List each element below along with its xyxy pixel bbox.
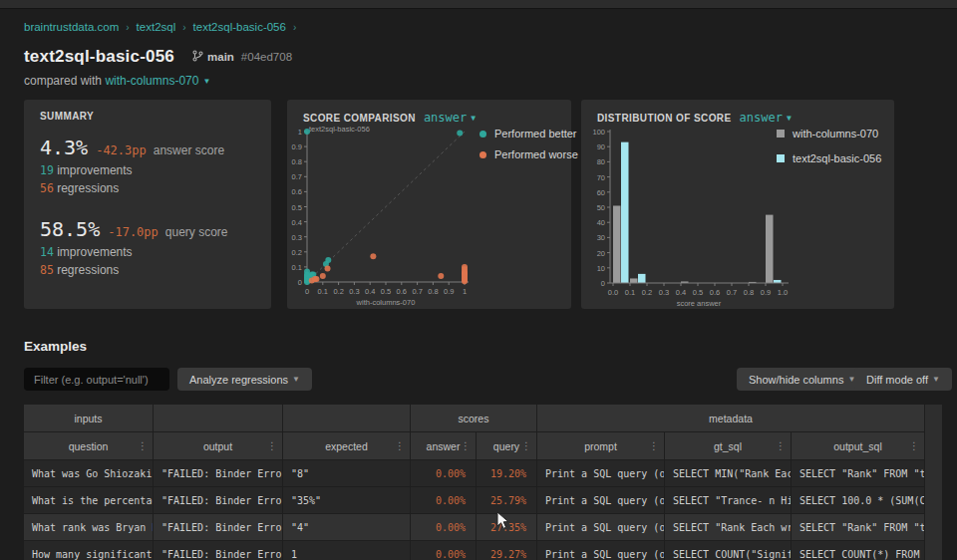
cell-expected[interactable]: "8": [283, 460, 411, 487]
breadcrumb: braintrustdata.com›text2sql›text2sql-bas…: [24, 21, 303, 33]
group-header-blank: [283, 405, 411, 432]
breadcrumb-org-link[interactable]: braintrustdata.com: [24, 21, 119, 33]
table-row[interactable]: What is the percentage of …"FAILED: Bind…: [24, 487, 925, 514]
cell-output[interactable]: "FAILED: Binder Error: Ref…: [154, 460, 283, 487]
distribution-metric-dropdown[interactable]: answer▼: [740, 111, 792, 125]
examples-heading: Examples: [24, 339, 87, 354]
cell-output[interactable]: "FAILED: Binder Error: Ref…: [154, 514, 283, 541]
cell-output_sql[interactable]: SELECT COUNT(*) FROM "tabl…: [792, 541, 925, 560]
table-vertical-scrollbar[interactable]: [925, 405, 942, 560]
column-header-gt_sql[interactable]: gt_sql⋮: [665, 432, 792, 460]
compared-experiment-dropdown[interactable]: with-columns-070▼: [105, 74, 210, 88]
cyan-square-icon: [777, 154, 785, 162]
cell-output_sql[interactable]: SELECT "Rank" FROM "table"…: [792, 514, 925, 541]
column-menu-icon[interactable]: ⋮: [138, 440, 148, 451]
answer-regressions-label: regressions: [57, 181, 119, 195]
filter-input[interactable]: [24, 368, 169, 391]
column-header-expected[interactable]: expected⋮: [283, 432, 411, 460]
cell-answer[interactable]: 0.00%: [411, 487, 477, 514]
cell-answer[interactable]: 0.00%: [411, 514, 477, 541]
cell-expected[interactable]: "35%": [283, 487, 411, 514]
column-label: expected: [325, 440, 368, 452]
cell-gt_sql[interactable]: SELECT COUNT("Significant …: [665, 541, 792, 560]
diff-mode-button[interactable]: Diff mode off▼: [854, 368, 952, 391]
commit-hash: #04ed708: [241, 51, 292, 63]
column-menu-icon[interactable]: ⋮: [909, 440, 919, 451]
table-row[interactable]: What was Go Shiozaki's ran…"FAILED: Bind…: [24, 460, 925, 487]
cell-query[interactable]: 25.79%: [477, 487, 537, 514]
cell-gt_sql[interactable]: SELECT "Rank Each wrestler…: [665, 514, 792, 541]
svg-text:0: 0: [305, 287, 309, 296]
cell-query[interactable]: 29.27%: [477, 541, 537, 560]
svg-text:0.8: 0.8: [428, 287, 438, 296]
cell-prompt[interactable]: Print a SQL query (over a …: [537, 541, 665, 560]
answer-score-value: 4.3%: [40, 136, 88, 159]
column-header-question[interactable]: question⋮: [24, 432, 154, 460]
show-hide-columns-button[interactable]: Show/hide columns▼: [737, 368, 867, 391]
column-header-query[interactable]: query⋮: [477, 432, 537, 460]
column-header-prompt[interactable]: prompt⋮: [537, 432, 665, 460]
cell-expected[interactable]: 1: [283, 541, 411, 560]
breadcrumb-experiment-link[interactable]: text2sql-basic-056: [193, 21, 286, 33]
column-header-answer[interactable]: answer⋮: [411, 432, 477, 460]
cell-prompt[interactable]: Print a SQL query (over a …: [537, 460, 665, 487]
cell-output[interactable]: "FAILED: Binder Error: Val…: [154, 487, 283, 514]
cell-gt_sql[interactable]: SELECT MIN("Rank Each wres…: [665, 460, 792, 487]
svg-text:0.5: 0.5: [381, 287, 391, 296]
query-score-value: 58.5%: [40, 217, 100, 241]
svg-text:0.2: 0.2: [292, 248, 302, 257]
column-menu-icon[interactable]: ⋮: [395, 440, 405, 451]
svg-text:0.9: 0.9: [761, 288, 771, 297]
query-score-delta: -17.0pp: [108, 225, 159, 239]
column-menu-icon[interactable]: ⋮: [776, 440, 786, 451]
answer-improvements-count: 19: [40, 163, 54, 177]
svg-text:30: 30: [597, 233, 605, 242]
svg-text:0.2: 0.2: [642, 288, 652, 297]
svg-text:0.2: 0.2: [333, 287, 343, 296]
cell-query[interactable]: 19.20%: [477, 460, 537, 487]
cell-question[interactable]: What is the percentage of …: [24, 487, 154, 514]
breadcrumb-separator: ›: [182, 22, 185, 33]
score-comparison-metric-dropdown[interactable]: answer▼: [424, 111, 476, 125]
column-menu-icon[interactable]: ⋮: [461, 440, 471, 451]
svg-text:1: 1: [298, 128, 302, 137]
cell-answer[interactable]: 0.00%: [411, 460, 477, 487]
cell-answer[interactable]: 0.00%: [411, 541, 477, 560]
cell-prompt[interactable]: Print a SQL query (over a …: [537, 487, 665, 514]
cell-output_sql[interactable]: SELECT "Rank" FROM "table"…: [792, 460, 925, 487]
column-menu-icon[interactable]: ⋮: [521, 440, 531, 451]
cell-question[interactable]: What rank was Bryan Daniel…: [24, 514, 154, 541]
cell-prompt[interactable]: Print a SQL query (over a …: [537, 514, 665, 541]
svg-text:10: 10: [597, 264, 605, 273]
cell-output_sql[interactable]: SELECT 100.0 * (SUM(CASE W…: [792, 487, 925, 514]
svg-text:0.9: 0.9: [292, 142, 302, 151]
breadcrumb-project-link[interactable]: text2sql: [137, 21, 176, 33]
gray-square-icon: [777, 130, 785, 138]
cell-gt_sql[interactable]: SELECT "Trance- n Himalaya…: [665, 487, 792, 514]
cell-question[interactable]: What was Go Shiozaki's ran…: [24, 460, 154, 487]
analyze-regressions-button[interactable]: Analyze regressions▼: [177, 368, 312, 391]
svg-text:0.1: 0.1: [625, 288, 635, 297]
table-column-header-row: question⋮output⋮expected⋮answer⋮query⋮pr…: [24, 432, 925, 460]
answer-score-metric: 4.3% -42.3pp answer score 19 improvement…: [24, 136, 271, 195]
distribution-title: DISTRIBUTION OF SCORE: [597, 113, 732, 124]
svg-text:0.1: 0.1: [318, 287, 328, 296]
svg-text:0.4: 0.4: [365, 287, 375, 296]
column-header-output_sql[interactable]: output_sql⋮: [792, 432, 925, 460]
svg-text:0.7: 0.7: [412, 287, 422, 296]
chevron-down-icon: ▼: [292, 375, 300, 384]
cell-output[interactable]: "FAILED: Binder Error: Ref…: [154, 541, 283, 560]
window-top-strip: [0, 0, 957, 9]
table-row[interactable]: What rank was Bryan Daniel…"FAILED: Bind…: [24, 514, 925, 541]
compared-with-label: compared with: [24, 74, 102, 88]
cell-query[interactable]: 27.35%: [477, 514, 537, 541]
column-header-output[interactable]: output⋮: [154, 432, 283, 460]
cell-expected[interactable]: "4": [283, 514, 411, 541]
cell-question[interactable]: How many significant relat…: [24, 541, 154, 560]
column-menu-icon[interactable]: ⋮: [267, 440, 277, 451]
svg-text:score answer: score answer: [677, 299, 722, 307]
breadcrumb-separator: ›: [126, 22, 129, 33]
table-row[interactable]: How many significant relat…"FAILED: Bind…: [24, 541, 925, 560]
column-menu-icon[interactable]: ⋮: [649, 440, 659, 451]
chevron-down-icon: ▼: [471, 114, 476, 123]
